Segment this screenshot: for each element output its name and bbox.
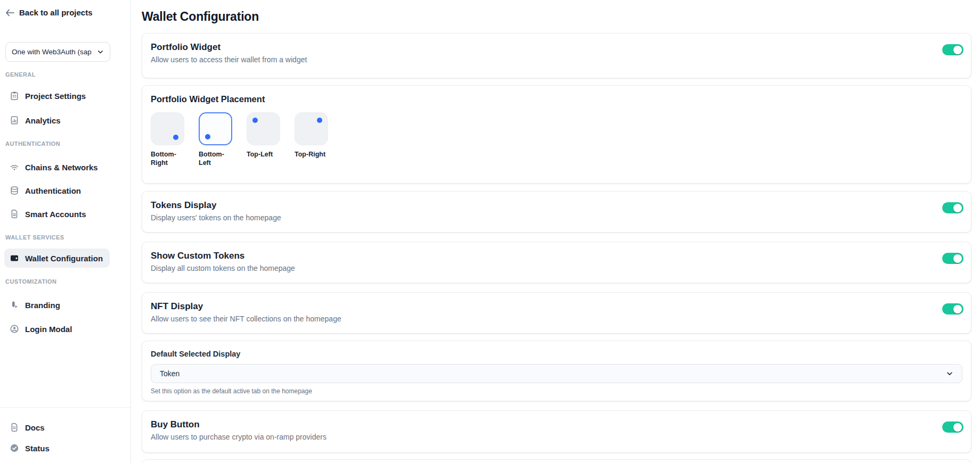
chevron-down-icon [946,370,953,377]
card-tokens-display: Tokens Display Display users' tokens on … [142,191,971,233]
sidebar-item-status[interactable]: Status [4,439,110,458]
placement-dot [252,118,258,123]
sidebar: Back to all projects One with Web3Auth (… [0,0,131,463]
chevron-down-icon [97,48,104,55]
placement-options: Bottom-Right Bottom-Left Top-Left [151,112,962,167]
card-portfolio-widget: Portfolio Widget Allow users to access t… [142,33,971,78]
nft-display-toggle[interactable] [942,303,963,315]
card-text: NFT Display Allow users to see their NFT… [151,301,341,323]
sidebar-item-docs[interactable]: Docs [4,418,110,437]
chart-icon [10,115,19,125]
sidebar-item-wallet-configuration[interactable]: Wallet Configuration [4,249,110,268]
sidebar-item-label: Analytics [25,116,61,125]
show-custom-tokens-toggle[interactable] [942,253,963,264]
default-display-select[interactable]: Token [151,364,962,383]
card-title: Portfolio Widget [151,42,307,53]
back-arrow-icon [5,9,14,16]
project-selector-value: One with Web3Auth (sap [12,48,92,56]
sidebar-item-analytics[interactable]: Analytics [4,111,110,130]
back-to-projects-link[interactable]: Back to all projects [5,8,126,17]
toggle-knob [953,204,962,212]
select-label: Default Selected Display [151,350,962,358]
placement-option-wrap: Bottom-Right [151,112,186,167]
select-helper-text: Set this option as the default active ta… [151,387,962,395]
database-icon [10,186,19,195]
app-window: Back to all projects One with Web3Auth (… [0,0,980,463]
card-portfolio-widget-placement: Portfolio Widget Placement Bottom-Right … [142,85,971,184]
card-text: Portfolio Widget Allow users to access t… [151,42,307,64]
page-title: Wallet Configuration [142,10,971,24]
sidebar-item-label: Wallet Configuration [25,254,103,263]
sidebar-item-branding[interactable]: Branding [4,295,110,315]
card-description: Display users' tokens on the homepage [151,213,281,222]
toggle-knob [953,46,962,54]
card-description: Display all custom tokens on the homepag… [151,264,295,272]
card-partial [142,459,971,463]
sidebar-item-label: Chains & Networks [25,163,98,172]
placement-option-top-right[interactable] [295,112,328,145]
placement-option-label: Top-Right [295,150,330,159]
section-label-customization: CUSTOMIZATION [5,278,126,285]
sidebar-item-label: Authentication [25,186,81,195]
placement-option-wrap: Top-Right [295,112,330,167]
sidebar-item-smart-accounts[interactable]: Smart Accounts [4,204,110,224]
clipboard-icon [10,91,19,101]
wifi-icon [10,162,19,172]
user-circle-icon [10,324,19,334]
sidebar-item-chains-networks[interactable]: Chains & Networks [4,158,110,177]
sidebar-item-label: Project Settings [25,92,86,101]
card-description: Allow users to purchase crypto via on-ra… [151,433,326,441]
card-title: Buy Button [151,419,326,430]
card-title: Tokens Display [151,200,281,211]
placement-dot [173,135,178,140]
section-label-general: GENERAL [5,71,126,78]
main-content: Wallet Configuration Portfolio Widget Al… [131,0,980,463]
sidebar-item-authentication[interactable]: Authentication [4,181,110,200]
placement-option-label: Bottom-Right [151,150,186,167]
placement-dot [317,118,322,123]
sidebar-footer: Docs Status [0,407,130,463]
buy-button-toggle[interactable] [942,421,963,433]
section-label-wallet-services: WALLET SERVICES [5,234,126,241]
placement-option-label: Top-Left [247,150,282,159]
sidebar-item-label: Smart Accounts [25,210,86,219]
brush-icon [10,300,19,310]
sidebar-item-login-modal[interactable]: Login Modal [4,319,110,338]
file-icon [10,209,19,219]
wallet-icon [10,253,19,263]
card-text: Show Custom Tokens Display all custom to… [151,251,295,272]
sidebar-item-label: Docs [25,423,45,432]
back-link-label: Back to all projects [19,8,93,17]
sidebar-item-label: Status [25,444,50,453]
placement-option-wrap: Bottom-Left [199,112,234,167]
card-nft-display: NFT Display Allow users to see their NFT… [142,292,971,334]
portfolio-widget-toggle[interactable] [942,44,963,55]
card-text: Tokens Display Display users' tokens on … [151,200,281,222]
select-value: Token [160,369,179,378]
card-title: Show Custom Tokens [151,251,295,261]
placement-option-bottom-right[interactable] [151,112,184,145]
sidebar-item-label: Branding [25,301,60,310]
check-circle-icon [10,443,19,453]
sidebar-item-project-settings[interactable]: Project Settings [4,86,110,105]
card-default-selected-display: Default Selected Display Token Set this … [142,341,971,401]
card-title: Portfolio Widget Placement [151,94,962,104]
card-title: NFT Display [151,301,341,312]
tokens-display-toggle[interactable] [942,202,963,213]
section-label-authentication: AUTHENTICATION [5,140,126,147]
sidebar-item-label: Login Modal [25,325,72,334]
card-description: Allow users to see their NFT collections… [151,315,341,323]
card-description: Allow users to access their wallet from … [151,55,307,64]
placement-option-wrap: Top-Left [247,112,282,167]
placement-option-label: Bottom-Left [199,150,234,167]
toggle-knob [953,423,962,432]
card-text: Buy Button Allow users to purchase crypt… [151,419,326,441]
placement-option-bottom-left[interactable] [199,112,232,145]
project-selector[interactable]: One with Web3Auth (sap [5,42,110,62]
placement-option-top-left[interactable] [247,112,280,145]
toggle-knob [953,305,962,313]
card-show-custom-tokens: Show Custom Tokens Display all custom to… [142,242,971,283]
doc-icon [10,423,19,432]
toggle-knob [953,254,962,263]
placement-dot [205,134,210,139]
